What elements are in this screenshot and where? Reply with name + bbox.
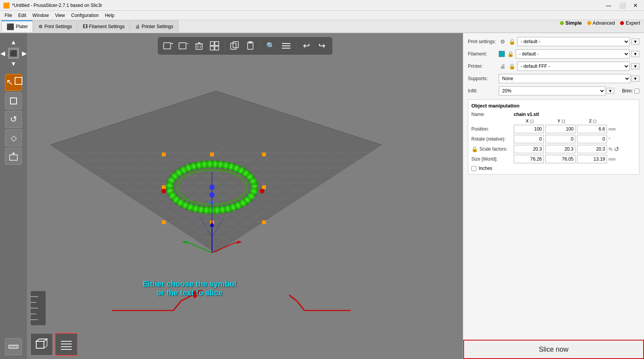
inches-checkbox[interactable]: [471, 166, 476, 171]
nav-center-btn[interactable]: ⬛: [8, 48, 19, 59]
tab-filament-settings[interactable]: 🎞 Filament Settings: [78, 20, 130, 32]
infill-select[interactable]: 20%: [499, 86, 605, 96]
tab-printer-settings[interactable]: 🖨 Printer Settings: [130, 20, 178, 32]
mode-expert[interactable]: Expert: [620, 20, 640, 26]
menu-view[interactable]: View: [52, 12, 68, 19]
3d-view-btn[interactable]: [30, 333, 53, 356]
paste-btn[interactable]: [243, 39, 257, 53]
scale-lock-icon[interactable]: 🔒: [471, 146, 478, 152]
svg-rect-24: [215, 46, 219, 50]
svg-rect-22: [215, 42, 219, 45]
titlebar-controls[interactable]: — ⬜ ✕: [603, 2, 641, 9]
print-settings-row: Print settings: ⚙ 🔒 - default - ▼: [468, 37, 639, 46]
advanced-dot: [587, 21, 591, 25]
svg-point-80: [161, 189, 166, 193]
delete-btn[interactable]: [192, 39, 206, 53]
right-panel: Print settings: ⚙ 🔒 - default - ▼ Filame…: [463, 33, 644, 359]
window-title: *Untitled - PrusaSlicer-2.7.1 based on S…: [12, 3, 102, 8]
menu-help[interactable]: Help: [102, 12, 118, 19]
nav-down-arrow[interactable]: ▼: [8, 59, 19, 69]
menu-configuration[interactable]: Configuration: [68, 12, 102, 19]
tool-scale[interactable]: ◇: [5, 129, 22, 146]
tool-select[interactable]: ↖: [5, 74, 22, 91]
nav-left-arrow[interactable]: ◀: [0, 48, 8, 59]
menubar: File Edit Window View Configuration Help: [0, 11, 644, 20]
ruler-widget: [29, 289, 48, 328]
svg-marker-91: [182, 241, 188, 244]
size-x-input[interactable]: [514, 155, 544, 163]
redo-btn[interactable]: ↪: [315, 39, 329, 53]
maximize-button[interactable]: ⬜: [616, 2, 629, 9]
rotate-x-input[interactable]: [514, 135, 544, 143]
x-header: X ⬚: [514, 119, 545, 123]
brim-checkbox[interactable]: [634, 89, 639, 94]
slice-now-area[interactable]: Slice now: [463, 340, 644, 359]
printer-label: Printer:: [468, 64, 499, 69]
remove-selected-btn[interactable]: [177, 39, 190, 53]
mode-advanced[interactable]: Advanced: [587, 20, 615, 26]
tool-move[interactable]: [5, 92, 22, 109]
filament-dropdown-btn[interactable]: ▼: [631, 51, 639, 57]
print-settings-select[interactable]: - default -: [517, 37, 630, 46]
tool-rotate[interactable]: ↺: [5, 111, 22, 128]
svg-rect-25: [230, 43, 236, 49]
filament-select[interactable]: - default -: [516, 49, 630, 59]
copy-btn[interactable]: [228, 39, 242, 53]
tab-plater[interactable]: ⬛ Plater: [2, 20, 33, 32]
scale-z-input[interactable]: [577, 145, 607, 153]
scale-x-input[interactable]: [514, 145, 544, 153]
print-settings-label: Print settings:: [468, 39, 499, 44]
nav-up-arrow[interactable]: ▲: [8, 37, 19, 48]
add-object-btn[interactable]: [161, 39, 175, 53]
undo-btn[interactable]: ↩: [299, 39, 313, 53]
position-y-input[interactable]: [545, 125, 575, 133]
scale-reset-icon[interactable]: ↺: [614, 146, 619, 153]
printer-select[interactable]: - default FFF -: [517, 62, 630, 71]
tool-ruler[interactable]: [5, 338, 22, 355]
printer-dropdown-btn[interactable]: ▼: [631, 63, 639, 69]
printer-icon: 🖨: [499, 62, 506, 70]
supports-select[interactable]: None: [499, 74, 631, 83]
size-label: Size [World]:: [471, 156, 514, 162]
tab-print-settings[interactable]: ⚙ Print Settings: [34, 20, 77, 32]
rotate-z-input[interactable]: [577, 135, 607, 143]
menu-edit[interactable]: Edit: [15, 12, 29, 19]
svg-rect-107: [36, 341, 44, 348]
svg-rect-21: [210, 42, 214, 45]
arrange-btn[interactable]: [207, 39, 221, 53]
viewport[interactable]: 🔍 ↩ ↪: [27, 33, 463, 359]
mode-simple[interactable]: Simple: [560, 20, 582, 26]
expert-dot: [620, 21, 624, 25]
menu-file[interactable]: File: [2, 12, 15, 19]
close-button[interactable]: ✕: [630, 2, 641, 9]
menu-window[interactable]: Window: [29, 12, 52, 19]
infill-dropdown-btn[interactable]: ▼: [606, 88, 614, 94]
scale-y-input[interactable]: [545, 145, 575, 153]
supports-dropdown-btn[interactable]: ▼: [631, 75, 639, 82]
minimize-button[interactable]: —: [603, 2, 614, 9]
size-y-input[interactable]: [545, 155, 575, 163]
layers-btn[interactable]: [279, 39, 293, 53]
tool-place[interactable]: [5, 148, 22, 165]
brim-label: Brim:: [622, 88, 633, 94]
position-z-input[interactable]: [577, 125, 607, 133]
y-header: Y ⬚: [545, 119, 577, 123]
titlebar-title: 🟧 *Untitled - PrusaSlicer-2.7.1 based on…: [3, 2, 102, 8]
size-z-input[interactable]: [577, 155, 607, 163]
obj-name-value: chain v1.stl: [514, 112, 539, 117]
obj-manip-title: Object manipulation: [471, 103, 636, 109]
rotate-y-input[interactable]: [545, 135, 575, 143]
search-btn[interactable]: 🔍: [264, 39, 277, 53]
print-settings-icon: ⚙: [39, 24, 43, 29]
filament-label: Filament:: [468, 51, 499, 57]
print-settings-dropdown-btn[interactable]: ▼: [631, 39, 639, 45]
viewport-scene: [27, 33, 463, 359]
filament-select-wrapper: 🔒 - default - ▼: [499, 49, 639, 59]
svg-marker-32: [50, 91, 382, 253]
filament-settings-tab-label: Filament Settings: [89, 24, 125, 29]
app-icon: 🟧: [3, 2, 10, 8]
filament-settings-icon: 🎞: [83, 24, 87, 29]
position-x-input[interactable]: [514, 125, 544, 133]
layers-view-btn[interactable]: [55, 333, 78, 356]
filament-lock-icon: 🔒: [506, 50, 514, 58]
